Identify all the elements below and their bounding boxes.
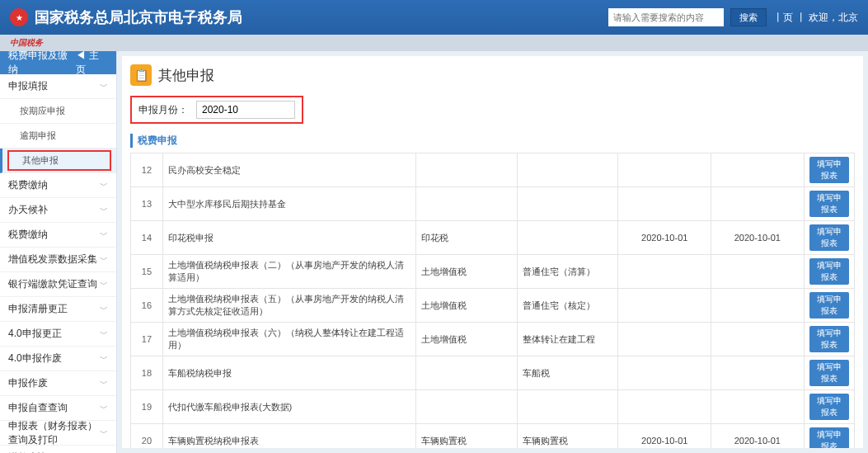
row-col4 [711, 153, 805, 187]
row-name: 印花税申报 [162, 221, 415, 255]
sidebar-item[interactable]: 申报填报﹀ [0, 74, 116, 99]
row-col2 [517, 221, 618, 255]
row-action: 填写申报表 [804, 187, 854, 221]
fill-form-button[interactable]: 填写申报表 [809, 191, 849, 217]
row-col3 [618, 390, 711, 424]
sidebar-header: 税费申报及缴纳 ◀ 主页 [0, 51, 116, 74]
row-name: 大中型水库移民后期扶持基金 [162, 187, 415, 221]
fill-form-button[interactable]: 填写申报表 [809, 157, 849, 183]
sidebar-item-label: 税费缴纳 [8, 228, 48, 242]
sidebar-item[interactable]: 4.0申报更正﹀ [0, 322, 116, 347]
table-row: 12民办高校安全稳定填写申报表 [131, 153, 855, 187]
row-number: 20 [131, 424, 163, 449]
row-number: 14 [131, 221, 163, 255]
fill-form-button[interactable]: 填写申报表 [809, 360, 849, 386]
sidebar: 税费申报及缴纳 ◀ 主页 申报填报﹀按期应申报逾期申报其他申报税费缴纳﹀办天候补… [0, 51, 117, 453]
table-row: 13大中型水库移民后期扶持基金填写申报表 [131, 187, 855, 221]
row-col3 [618, 187, 711, 221]
sidebar-item[interactable]: 税费缴纳﹀ [0, 173, 116, 198]
sidebar-sub-label: 逾期申报 [20, 130, 56, 142]
fill-form-button[interactable]: 填写申报表 [809, 326, 849, 352]
table-row: 15土地增值税纳税申报表（二）（从事房地产开发的纳税人清算适用）土地增值税普通住… [131, 255, 855, 289]
row-number: 12 [131, 153, 163, 187]
row-col4 [711, 356, 805, 390]
sidebar-sub-item[interactable]: 其他申报 [0, 149, 116, 173]
row-name: 车辆购置税纳税申报表 [162, 424, 415, 449]
sidebar-item[interactable]: 申报清册更正﹀ [0, 297, 116, 322]
fill-form-button[interactable]: 填写申报表 [809, 258, 849, 285]
row-number: 16 [131, 289, 163, 323]
sidebar-item-label: 4.0申报作废 [8, 352, 62, 366]
sub-brand-text: 中国税务 [10, 37, 43, 49]
row-col2: 普通住宅（清算） [517, 255, 618, 289]
fill-form-button[interactable]: 填写申报表 [809, 224, 849, 251]
sidebar-home-link[interactable]: ◀ 主页 [76, 51, 108, 77]
sidebar-item-label: 4.0申报更正 [8, 327, 62, 341]
main-layout: 税费申报及缴纳 ◀ 主页 申报填报﹀按期应申报逾期申报其他申报税费缴纳﹀办天候补… [0, 51, 868, 453]
sidebar-item[interactable]: 办天候补﹀ [0, 198, 116, 223]
sidebar-item[interactable]: 缴款查询﹀ [0, 446, 116, 453]
row-col1: 土地增值税 [415, 289, 517, 323]
period-row: 申报月份： [130, 96, 303, 124]
fill-form-button[interactable]: 填写申报表 [809, 427, 849, 448]
sidebar-item[interactable]: 银行端缴款凭证查询﹀ [0, 272, 116, 297]
chevron-down-icon: ﹀ [100, 180, 108, 191]
chevron-down-icon: ﹀ [100, 205, 108, 216]
row-col2: 普通住宅（核定） [517, 289, 618, 323]
row-action: 填写申报表 [804, 221, 854, 255]
sidebar-item[interactable]: 4.0申报作废﹀ [0, 347, 116, 371]
search-input[interactable] [608, 8, 724, 26]
sidebar-item-label: 办天候补 [8, 203, 48, 217]
fill-form-button[interactable]: 填写申报表 [809, 394, 849, 420]
table-row: 16土地增值税纳税申报表（五）（从事房地产开发的纳税人清算方式先核定征收适用）土… [131, 289, 855, 323]
row-col4: 2020-10-01 [711, 424, 805, 449]
fill-form-button[interactable]: 填写申报表 [809, 292, 849, 319]
row-col4 [711, 390, 805, 424]
sidebar-item[interactable]: 税费缴纳﹀ [0, 223, 116, 248]
row-name: 土地增值税纳税申报表（六）（纳税人整体转让在建工程适用） [162, 323, 415, 356]
app-title: 国家税务总局北京市电子税务局 [35, 7, 242, 27]
row-action: 填写申报表 [804, 289, 854, 323]
row-action: 填写申报表 [804, 255, 854, 289]
sidebar-sub-label: 按期应申报 [20, 105, 65, 117]
chevron-down-icon: ﹀ [100, 328, 108, 340]
sidebar-item-label: 申报表（财务报表）查询及打印 [8, 419, 100, 447]
header-links[interactable]: 丨页 丨 欢迎，北京 [773, 11, 858, 25]
row-number: 13 [131, 187, 163, 221]
row-action: 填写申报表 [804, 153, 854, 187]
period-input[interactable] [196, 101, 295, 119]
content-panel: 📋 其他申报 申报月份： 税费申报 12民办高校安全稳定填写申报表13大中型水库… [122, 56, 863, 448]
row-col3: 2020-10-01 [618, 221, 711, 255]
section-label: 税费申报 [130, 134, 855, 148]
row-col1 [415, 187, 517, 221]
logo-icon: ★ [10, 8, 28, 26]
row-action: 填写申报表 [804, 390, 854, 424]
page-title: 其他申报 [158, 66, 214, 85]
sidebar-sub-label: 其他申报 [22, 154, 59, 167]
row-name: 民办高校安全稳定 [162, 153, 415, 187]
table-row: 19代扣代缴车船税申报表(大数据)填写申报表 [131, 390, 855, 424]
sidebar-sub-item[interactable]: 逾期申报 [0, 124, 116, 149]
app-header: ★ 国家税务总局北京市电子税务局 搜索 丨页 丨 欢迎，北京 [0, 0, 868, 35]
page-title-icon: 📋 [130, 64, 152, 86]
chevron-down-icon: ﹀ [100, 304, 108, 315]
table-row: 18车船税纳税申报车船税填写申报表 [131, 356, 855, 390]
row-col2 [517, 390, 618, 424]
row-action: 填写申报表 [804, 424, 854, 449]
chevron-down-icon: ﹀ [100, 403, 108, 414]
row-action: 填写申报表 [804, 356, 854, 390]
sidebar-item[interactable]: 申报表（财务报表）查询及打印﹀ [0, 421, 116, 446]
sidebar-item-label: 银行端缴款凭证查询 [8, 277, 97, 291]
sidebar-sub-item[interactable]: 按期应申报 [0, 99, 116, 124]
search-button[interactable]: 搜索 [730, 8, 767, 26]
row-col2: 整体转让在建工程 [517, 323, 618, 356]
row-col2 [517, 153, 618, 187]
sidebar-item[interactable]: 申报作废﹀ [0, 371, 116, 396]
row-col1 [415, 356, 517, 390]
row-col3 [618, 289, 711, 323]
sidebar-item[interactable]: 申报自查查询﹀ [0, 396, 116, 421]
row-col2: 车船税 [517, 356, 618, 390]
period-label: 申报月份： [138, 103, 188, 117]
sidebar-item[interactable]: 增值税发票数据采集﹀ [0, 248, 116, 272]
chevron-down-icon: ﹀ [100, 81, 108, 92]
